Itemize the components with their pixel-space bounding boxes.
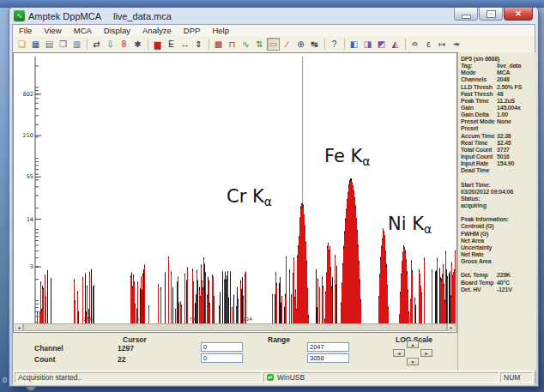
cursor-header: Cursor [123, 335, 147, 344]
range-channel-max-input[interactable] [307, 342, 349, 352]
range-channel-min-input[interactable] [201, 342, 243, 352]
open-icon[interactable]: ❏ [15, 38, 28, 51]
scroll-left-button[interactable]: ◄ [15, 323, 23, 331]
info-row: Tag:live_data [461, 63, 535, 69]
copy-icon[interactable]: ❐ [57, 38, 70, 51]
app-icon: ∿ [14, 10, 25, 21]
dashed-region-icon[interactable]: ▭ [267, 38, 280, 51]
info-row [461, 174, 535, 181]
next-roi-icon[interactable]: ↦ [436, 38, 449, 51]
mca-setup-icon[interactable]: ◨ [361, 38, 374, 51]
info-row: Peak Time11.2uS [461, 98, 535, 105]
connect-icon[interactable]: ⇄ [90, 38, 103, 51]
toolbar-separator [87, 39, 88, 50]
toolbar-separator [148, 39, 148, 50]
scale-up-button[interactable]: ▲ [407, 341, 419, 348]
num-lock-indicator: NUM [500, 372, 533, 383]
minimize-button[interactable] [454, 8, 478, 21]
menu-help[interactable]: Help [206, 25, 235, 36]
info-row: DP5 (s/n 6668) [461, 56, 535, 63]
scale-down-button[interactable]: ▼ [407, 358, 419, 365]
info-row: Status: [461, 196, 535, 202]
connection-cell: ⇄ WinUSB [263, 372, 499, 383]
range-count-min-input[interactable] [201, 353, 243, 363]
cursor-range-panel: Cursor Range LOG Scale Channel Count 129… [13, 333, 457, 371]
menu-dpp[interactable]: DPP [178, 25, 207, 36]
info-row: acquiring [461, 202, 535, 209]
maximize-icon [487, 11, 495, 17]
info-row: Det. Temp229K [461, 272, 535, 279]
toolbar-separator [324, 39, 325, 50]
peak-annotation: Fe Kα [324, 146, 371, 168]
info-row [461, 265, 535, 272]
info-row: Total Count3727 [461, 147, 535, 154]
background-corner-text: 0 [3, 376, 7, 384]
info-row: Input Count5016 [461, 154, 535, 160]
display-setup-icon[interactable]: ◩ [375, 38, 388, 51]
title-bar[interactable]: ∿ Amptek DppMCA live_data.mca ✕ [9, 8, 538, 24]
info-row: Peak Information: [461, 216, 535, 223]
maximize-button[interactable] [479, 8, 503, 21]
erase-spectrum-icon[interactable]: E [165, 38, 178, 51]
spectrum-svg[interactable]: 256512768102412801536179280221055143Cr K… [14, 53, 456, 324]
menu-bar: FileViewMCADisplayAnalyzeDPPHelp [13, 25, 535, 37]
download-config-icon[interactable]: ⇩ [104, 38, 117, 51]
info-row: Input Rate154.90 [461, 160, 535, 167]
scale-right-button[interactable]: ► [420, 349, 432, 357]
roi-peak-icon[interactable]: ⊓ [226, 38, 239, 51]
minimize-icon [462, 15, 471, 19]
hardware-setup-icon[interactable]: ◧ [348, 38, 360, 51]
acquisition-setup-icon[interactable]: ✱ [131, 38, 144, 51]
connection-label: WinUSB [277, 373, 305, 382]
info-row: Net Rate [461, 251, 535, 258]
jump-roi-icon[interactable]: ↠ [450, 38, 462, 51]
zoom-icon[interactable]: ⊕ [294, 38, 307, 51]
menu-view[interactable]: View [38, 25, 67, 36]
spectrum-plot[interactable]: 256512768102412801536179280221055143Cr K… [13, 52, 457, 333]
info-row: Gain Delta1.00 [461, 112, 535, 118]
y-tick-label: 210 [23, 132, 33, 139]
menu-mca[interactable]: MCA [68, 25, 98, 36]
info-row: Gain145.004x [461, 105, 535, 112]
info-row: Centroid (G) [461, 223, 535, 230]
menu-display[interactable]: Display [98, 25, 136, 36]
print-icon[interactable]: ▤ [43, 38, 56, 51]
menu-analyze[interactable]: Analyze [136, 25, 178, 36]
info-row: Net Area [461, 238, 535, 244]
context-help-icon[interactable]: ? [328, 38, 341, 51]
peak-annotation: Ni Kα [388, 214, 432, 236]
channel-label: Channel [34, 344, 63, 353]
escape-peak-icon[interactable]: ε [422, 38, 435, 51]
expand-horizontal-icon[interactable]: ↔ [178, 38, 191, 51]
info-row: Fast Thresh48 [461, 91, 535, 98]
scale-left-button[interactable]: ◄ [393, 349, 405, 357]
auto-scale-icon[interactable]: ⇅ [253, 38, 266, 51]
toolbar: ❏▦▤❐▥⇄⇩8✱▆E↔⇕▩⊓∿⇅▭∕⊕↹?◧◨◩◭≏ε↦↠ [13, 36, 535, 53]
plot-horizontal-scrollbar[interactable]: ◄ ► [15, 323, 456, 331]
paste-icon[interactable]: ▥ [70, 38, 83, 51]
scroll-right-button[interactable]: ► [447, 323, 456, 331]
peak-annotation: Cr Kα [227, 186, 272, 208]
line-plot-icon[interactable]: ∕ [281, 38, 293, 51]
peak-search-icon[interactable]: ∿ [239, 38, 252, 51]
y-tick-label: 3 [30, 263, 33, 270]
y-tick-label: 55 [27, 173, 33, 180]
zoom-reset-icon[interactable]: ↹ [308, 38, 321, 51]
menu-file[interactable]: File [13, 25, 38, 36]
display-colors-icon[interactable]: ▩ [212, 38, 225, 51]
app-window: ∿ Amptek DppMCA live_data.mca ✕ FileView… [9, 7, 539, 387]
save-icon[interactable]: ▦ [29, 38, 42, 51]
spectrum-view-icon[interactable]: ▆ [151, 38, 164, 51]
expand-vertical-icon[interactable]: ⇕ [192, 38, 205, 51]
info-row: Dead Time [461, 167, 535, 174]
info-row: Gross Area [461, 258, 535, 265]
close-button[interactable]: ✕ [504, 8, 533, 21]
peak-info-icon[interactable]: ◭ [389, 38, 402, 51]
byte-display-icon[interactable]: 8 [118, 38, 130, 51]
info-row: Real Time32.45 [461, 140, 535, 147]
scrollbar-thumb[interactable] [23, 323, 447, 331]
toolbar-separator [209, 39, 209, 50]
range-count-max-input[interactable] [307, 353, 349, 363]
range-header: Range [268, 335, 290, 344]
fit-icon[interactable]: ≏ [408, 38, 421, 51]
